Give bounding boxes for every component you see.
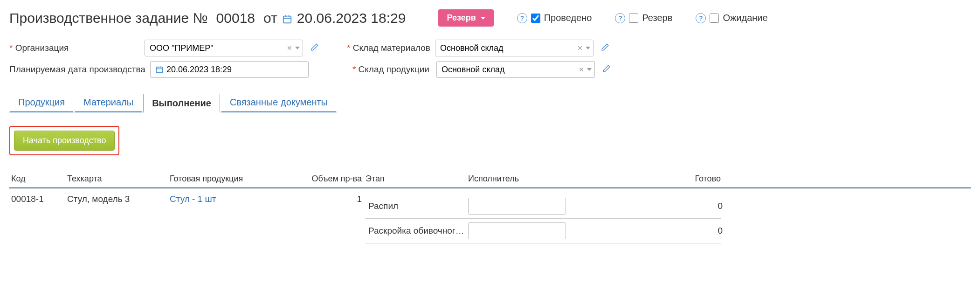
th-volume: Объем пр-ва — [303, 174, 364, 184]
clear-icon[interactable]: ✕ — [579, 66, 584, 73]
stage-name: Распил — [366, 201, 468, 211]
posted-label: Проведено — [544, 13, 592, 23]
svg-rect-4 — [156, 67, 163, 73]
table-row: 00018-1 Стул, модель 3 Стул - 1 шт 1 Рас… — [9, 188, 971, 243]
reserve-button-label: Резерв — [447, 13, 476, 23]
doc-date: 20.06.2023 18:29 — [297, 10, 406, 26]
org-combo[interactable]: ✕ — [145, 40, 303, 56]
start-production-button[interactable]: Начать производство — [14, 131, 115, 151]
th-techcard: Техкарта — [65, 174, 168, 184]
executor-input[interactable] — [468, 198, 566, 215]
org-label: Организация — [9, 43, 140, 53]
cell-volume: 1 — [303, 194, 364, 204]
svg-rect-0 — [283, 16, 291, 23]
prod-wh-combo[interactable]: ✕ — [436, 61, 595, 78]
executor-input[interactable] — [468, 222, 566, 239]
mat-wh-input[interactable] — [440, 43, 577, 53]
doc-header: Производственное задание № 00018 от 20.0… — [9, 9, 971, 27]
tab-related-docs[interactable]: Связанные документы — [221, 93, 337, 112]
cell-product-link[interactable]: Стул - 1 шт — [168, 194, 303, 204]
stage-row: Раскройка обивочног… 0 — [366, 219, 721, 243]
mat-wh-label: Склад материалов — [347, 43, 430, 53]
fields-row-1: Организация ✕ Склад материалов ✕ — [9, 40, 971, 56]
calendar-icon — [155, 65, 164, 74]
from-label: от — [263, 10, 277, 26]
cell-code: 00018-1 — [9, 194, 65, 204]
th-code: Код — [9, 174, 65, 184]
reserve-checkbox[interactable] — [629, 14, 638, 23]
pencil-icon[interactable] — [601, 43, 609, 54]
reserve-button[interactable]: Резерв — [438, 9, 493, 27]
fields-row-2: Планируемая дата производства Склад прод… — [9, 61, 971, 78]
grid: Код Техкарта Готовая продукция Объем пр-… — [9, 174, 971, 243]
clear-icon[interactable]: ✕ — [577, 44, 583, 52]
highlight-box: Начать производство — [9, 126, 119, 155]
posted-checkbox[interactable] — [531, 14, 540, 23]
doc-number: 00018 — [216, 10, 255, 26]
calendar-icon — [282, 10, 292, 26]
cell-techcard: Стул, модель 3 — [65, 194, 168, 204]
tab-products[interactable]: Продукция — [9, 93, 74, 112]
chevron-down-icon[interactable] — [587, 68, 592, 71]
tabs: Продукция Материалы Выполнение Связанные… — [9, 93, 971, 113]
prod-wh-label: Склад продукции — [352, 64, 432, 75]
mat-wh-combo[interactable]: ✕ — [435, 40, 594, 56]
th-done: Готово — [657, 174, 723, 184]
doc-title: Производственное задание № 00018 от 20.0… — [9, 10, 406, 26]
th-product: Готовая продукция — [168, 174, 303, 184]
stage-done: 0 — [659, 201, 725, 211]
tab-content: Начать производство Код Техкарта Готовая… — [9, 113, 971, 243]
pencil-icon[interactable] — [311, 43, 319, 54]
stage-name: Раскройка обивочног… — [366, 226, 468, 236]
th-stage: Этап — [364, 174, 466, 184]
chevron-down-icon[interactable] — [295, 47, 300, 49]
clear-icon[interactable]: ✕ — [287, 44, 292, 52]
waiting-checkbox[interactable] — [710, 14, 719, 23]
title-prefix: Производственное задание № — [9, 10, 208, 26]
help-icon[interactable]: ? — [696, 13, 706, 23]
help-icon[interactable]: ? — [517, 13, 527, 23]
pencil-icon[interactable] — [602, 64, 611, 75]
plan-date-label: Планируемая дата производства — [9, 64, 145, 75]
chevron-down-icon[interactable] — [586, 47, 590, 49]
chevron-down-icon — [481, 17, 485, 20]
org-input[interactable] — [150, 43, 287, 53]
waiting-label: Ожидание — [723, 13, 767, 23]
stage-row: Распил 0 — [366, 194, 721, 219]
plan-date-combo[interactable] — [150, 61, 309, 78]
tab-execution[interactable]: Выполнение — [143, 94, 220, 113]
grid-header: Код Техкарта Готовая продукция Объем пр-… — [9, 174, 971, 188]
help-icon[interactable]: ? — [615, 13, 625, 23]
reserve-label: Резерв — [642, 13, 672, 23]
plan-date-input[interactable] — [166, 65, 305, 75]
stage-done: 0 — [659, 226, 725, 236]
prod-wh-input[interactable] — [442, 65, 579, 75]
th-executor: Исполнитель — [466, 174, 657, 184]
tab-materials[interactable]: Материалы — [75, 93, 142, 112]
